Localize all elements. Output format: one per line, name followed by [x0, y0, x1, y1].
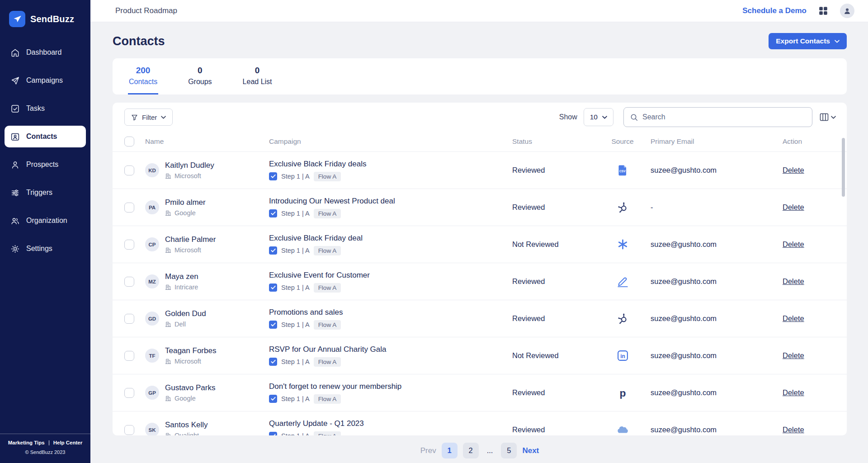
step-checkbox-checked-icon[interactable]: [269, 395, 277, 403]
help-center-link[interactable]: Help Center: [53, 440, 83, 445]
select-all-checkbox[interactable]: [124, 137, 134, 146]
column-header-email[interactable]: Primary Email: [651, 137, 783, 146]
next-page-button[interactable]: Next: [522, 446, 539, 455]
chevron-down-icon: [835, 40, 840, 43]
sidebar-item-tasks[interactable]: Tasks: [5, 98, 86, 119]
row-checkbox[interactable]: [124, 277, 134, 287]
company-name: Google: [175, 395, 196, 402]
topbar: Product Roadmap Schedule a Demo: [90, 0, 868, 22]
status-text: Reviewed: [512, 166, 594, 175]
page-button-2[interactable]: 2: [463, 443, 479, 458]
avatar: MZ: [145, 274, 159, 288]
tab-lead-list[interactable]: 0 Lead List: [242, 58, 273, 94]
step-label: Step 1 | A: [281, 173, 310, 180]
column-header-campaign[interactable]: Campaign: [269, 137, 512, 146]
row-checkbox[interactable]: [124, 165, 134, 175]
step-checkbox-checked-icon[interactable]: [269, 432, 277, 435]
campaign-meta: Step 1 | A Flow A: [269, 172, 512, 181]
sidebar-nav: Dashboard Campaigns Tasks Contacts: [0, 42, 90, 434]
salesforce-icon: [617, 424, 629, 435]
building-icon: [165, 247, 171, 253]
vertical-scrollbar[interactable]: [842, 138, 845, 197]
avatar: PA: [145, 200, 159, 214]
sidebar-item-settings[interactable]: Settings: [5, 238, 86, 260]
page-button-1[interactable]: 1: [442, 443, 458, 458]
avatar: GP: [145, 386, 159, 400]
step-checkbox-checked-icon[interactable]: [269, 283, 277, 292]
schedule-demo-link[interactable]: Schedule a Demo: [742, 6, 807, 15]
campaign-meta: Step 1 | A Flow A: [269, 320, 512, 330]
sidebar-item-prospects[interactable]: Prospects: [5, 154, 86, 175]
flow-badge: Flow A: [314, 320, 341, 330]
delete-link[interactable]: Delete: [783, 351, 804, 359]
columns-toggle-button[interactable]: [820, 113, 836, 121]
delete-link[interactable]: Delete: [783, 240, 804, 248]
campaign-title: Exclusive Black Friday deals: [269, 160, 512, 169]
company: Microsoft: [165, 358, 216, 365]
user-avatar[interactable]: [840, 4, 854, 18]
step-checkbox-checked-icon[interactable]: [269, 172, 277, 180]
sidebar-item-organization[interactable]: Organization: [5, 210, 86, 232]
sidebar-item-dashboard[interactable]: Dashboard: [5, 42, 86, 63]
apps-grid-icon[interactable]: [818, 6, 828, 16]
building-icon: [165, 284, 171, 290]
flow-badge: Flow A: [314, 357, 341, 367]
tab-groups[interactable]: 0 Groups: [187, 58, 212, 94]
delete-link[interactable]: Delete: [783, 277, 804, 285]
search-input[interactable]: [642, 113, 806, 121]
column-header-name[interactable]: Name: [145, 137, 269, 146]
table-header-row: Name Campaign Status Source Primary Emai…: [113, 132, 847, 151]
svg-text:p: p: [619, 387, 626, 399]
footer-divider: [49, 440, 49, 445]
contact-name: Pmilo almer: [165, 198, 206, 207]
row-checkbox[interactable]: [124, 240, 134, 250]
company: Microsoft: [165, 172, 214, 180]
step-checkbox-checked-icon[interactable]: [269, 246, 277, 255]
delete-link[interactable]: Delete: [783, 166, 804, 174]
table-row-santos-kelly: SK Santos Kelly Qualight: [113, 411, 847, 435]
export-contacts-button[interactable]: Export Contacts: [769, 33, 847, 49]
delete-link[interactable]: Delete: [783, 388, 804, 397]
asterisk-icon: [617, 238, 629, 250]
tab-contacts[interactable]: 200 Contacts: [128, 58, 158, 94]
flow-badge: Flow A: [314, 394, 341, 404]
linkedin-icon: in: [617, 350, 629, 362]
page-button-5[interactable]: 5: [501, 443, 517, 458]
filter-button[interactable]: Filter: [124, 109, 173, 126]
columns-icon: [820, 113, 829, 121]
step-checkbox-checked-icon[interactable]: [269, 209, 277, 217]
page-size-select[interactable]: 10: [584, 108, 613, 126]
column-header-source[interactable]: Source: [594, 137, 651, 146]
row-checkbox[interactable]: [124, 203, 134, 213]
avatar: SK: [145, 423, 159, 435]
table-toolbar: Filter Show 10: [113, 103, 847, 132]
row-checkbox[interactable]: [124, 388, 134, 398]
column-header-status[interactable]: Status: [512, 137, 594, 146]
check-icon: [271, 322, 276, 327]
table-row-pmilo-almer: PA Pmilo almer Google I: [113, 189, 847, 226]
page-button[interactable]: ...: [484, 443, 496, 458]
tabs-bar: 200 Contacts 0 Groups 0 Lead List: [113, 58, 847, 94]
step-checkbox-checked-icon[interactable]: [269, 358, 277, 366]
row-checkbox[interactable]: [124, 425, 134, 435]
step-label: Step 1 | A: [281, 284, 310, 291]
step-label: Step 1 | A: [281, 432, 310, 435]
sidebar-item-contacts[interactable]: Contacts: [5, 126, 86, 147]
sidebar-item-campaigns[interactable]: Campaigns: [5, 70, 86, 91]
delete-link[interactable]: Delete: [783, 314, 804, 322]
flow-badge: Flow A: [314, 431, 341, 436]
sidebar-item-triggers[interactable]: Triggers: [5, 182, 86, 203]
prev-page-button[interactable]: Prev: [420, 446, 436, 455]
table-row-charlie-palmer: CP Charlie Palmer Microsoft: [113, 226, 847, 263]
company: Google: [165, 209, 206, 217]
campaign-title: Exclusive Event for Customer: [269, 271, 512, 280]
brand[interactable]: SendBuzz: [0, 0, 90, 30]
row-checkbox[interactable]: [124, 314, 134, 324]
delete-link[interactable]: Delete: [783, 425, 804, 434]
delete-link[interactable]: Delete: [783, 203, 804, 211]
marketing-tips-link[interactable]: Marketing Tips: [8, 440, 45, 445]
row-checkbox[interactable]: [124, 351, 134, 361]
step-checkbox-checked-icon[interactable]: [269, 321, 277, 329]
check-icon: [271, 397, 276, 401]
footer-links: Marketing Tips Help Center: [5, 440, 85, 445]
